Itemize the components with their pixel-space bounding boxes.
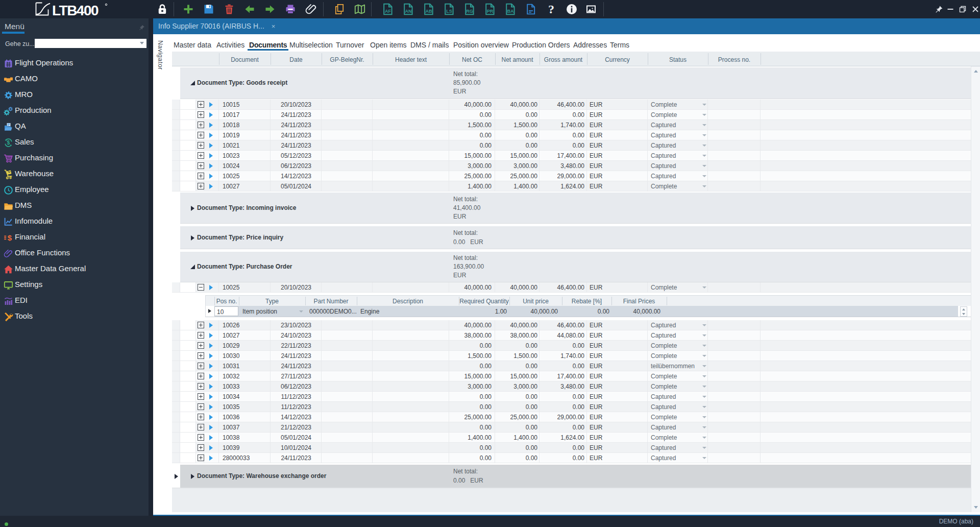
table-row[interactable]: 1001724/11/20230.000.000.00EURComplete [172, 110, 971, 120]
type-dropdown[interactable]: Item position [239, 306, 305, 317]
subtable-column-pos_no[interactable]: Pos no. [214, 298, 239, 305]
cell-status[interactable]: Complete [648, 100, 708, 109]
row-expand-button[interactable] [198, 363, 204, 369]
tab-master-data[interactable]: Master data [174, 41, 211, 52]
row-expand-button[interactable] [198, 152, 204, 159]
status-dropdown-icon[interactable] [702, 457, 706, 459]
row-selector-cell[interactable] [172, 130, 180, 140]
row-selector-cell[interactable] [172, 282, 180, 292]
row-detail-arrow-icon[interactable] [209, 333, 213, 338]
menu-item-dms[interactable]: DMS [0, 198, 148, 213]
column-header-gross_amount[interactable]: Gross amount [540, 56, 587, 63]
row-detail-arrow-icon[interactable] [209, 364, 213, 369]
row-detail-arrow-icon[interactable] [209, 343, 213, 348]
row-expand-button[interactable] [198, 101, 204, 108]
cell-status[interactable]: Captured [648, 330, 708, 340]
status-dropdown-icon[interactable] [702, 355, 706, 357]
doc-blue-icon[interactable] [522, 0, 540, 18]
table-row[interactable]: 1003306/12/20233,000.003,000.003,480.00E… [172, 381, 971, 392]
row-expand-button[interactable] [198, 403, 204, 410]
doc-ab-icon[interactable]: AB [420, 0, 438, 18]
table-row[interactable]: 1002705/01/20241,400.001,400.001,624.00E… [172, 181, 971, 191]
row-expand-button[interactable] [198, 373, 204, 379]
table-row[interactable]: 1003227/11/202315,000.0015,000.0017,400.… [172, 371, 971, 381]
row-selector-cell[interactable] [172, 371, 180, 381]
row-expand-button[interactable] [198, 332, 204, 339]
group-row[interactable] [180, 67, 971, 99]
scroll-up-icon[interactable] [974, 70, 978, 73]
status-dropdown-icon[interactable] [702, 426, 706, 428]
table-row[interactable]: 1003511/12/20230.000.000.00EURCaptured [172, 402, 971, 412]
cell-status[interactable]: Captured [648, 392, 708, 401]
row-detail-arrow-icon[interactable] [209, 445, 213, 450]
cell-status[interactable]: Complete [648, 110, 708, 119]
table-row[interactable]: 1003805/01/20241,400.001,400.001,624.00E… [172, 433, 971, 443]
row-expand-button[interactable] [198, 173, 204, 179]
row-detail-arrow-icon[interactable] [209, 143, 213, 148]
cell-status[interactable]: Captured [648, 320, 708, 330]
row-selector-cell[interactable] [172, 330, 180, 340]
status-dropdown-icon[interactable] [702, 185, 706, 187]
type-dropdown-icon[interactable] [299, 310, 303, 313]
row-expand-button[interactable] [198, 444, 204, 451]
doc-rg-icon[interactable]: RG [460, 0, 479, 18]
table-row[interactable]: 1003721/12/20230.000.000.00EURCaptured [172, 422, 971, 433]
menu-item-warehouse[interactable]: Warehouse [0, 166, 148, 182]
tab-position-overview[interactable]: Position overview [453, 41, 509, 52]
menu-item-employee[interactable]: Employee [0, 182, 148, 198]
subtable-column-final_prices[interactable]: Final Prices [611, 298, 667, 305]
subtable-column-required_quantity[interactable]: Required Quantity [459, 298, 509, 305]
navigator-panel[interactable]: Navigator [153, 34, 172, 512]
status-dropdown-icon[interactable] [702, 324, 706, 326]
table-row[interactable]: 1003024/11/20231,500.001,500.001,740.00E… [172, 351, 971, 361]
column-separator[interactable] [587, 53, 587, 65]
tab-open-items[interactable]: Open items [370, 41, 407, 52]
row-detail-arrow-icon[interactable] [209, 374, 213, 379]
cell-status[interactable]: Complete [648, 381, 708, 391]
column-separator[interactable] [449, 53, 450, 65]
group-row[interactable] [180, 252, 971, 282]
column-separator[interactable] [322, 53, 322, 65]
table-row[interactable]: 1002124/11/20230.000.000.00EURCaptured [172, 140, 971, 151]
cell-status[interactable]: Captured [648, 161, 708, 171]
tab-terms[interactable]: Terms [610, 41, 629, 52]
doc-ls-icon[interactable]: LS [440, 0, 458, 18]
row-selector-cell[interactable] [172, 140, 180, 150]
row-expand-button[interactable] [198, 162, 204, 169]
column-separator[interactable] [540, 53, 540, 65]
lock-icon[interactable] [153, 0, 172, 18]
status-dropdown-icon[interactable] [702, 286, 706, 289]
row-selector-cell[interactable] [172, 341, 180, 350]
table-row[interactable]: 1003124/11/20230.000.000.00EURteilüberno… [172, 361, 971, 371]
row-selector-cell[interactable] [172, 171, 180, 181]
row-detail-arrow-icon[interactable] [209, 174, 213, 179]
column-header-document[interactable]: Document [219, 56, 271, 63]
cell-status[interactable]: Complete [648, 412, 708, 422]
status-dropdown-icon[interactable] [702, 165, 706, 167]
row-selector-cell[interactable] [172, 412, 180, 422]
cell-status[interactable]: Complete [648, 351, 708, 361]
cell-status[interactable]: Complete [648, 341, 708, 350]
row-selector-cell[interactable] [172, 161, 180, 171]
subtable-column-type[interactable]: Type [239, 298, 305, 305]
menu-item-mro[interactable]: MRO [0, 87, 148, 103]
menu-item-camo[interactable]: CAMO [0, 71, 148, 87]
table-row[interactable]: 1001520/10/202340,000.0040,000.0046,400.… [172, 100, 971, 110]
column-separator[interactable] [373, 53, 373, 65]
menu-item-edi[interactable]: EDI [0, 293, 148, 308]
row-detail-arrow-icon[interactable] [209, 425, 213, 430]
row-detail-arrow-icon[interactable] [209, 394, 213, 399]
row-detail-arrow-icon[interactable] [209, 163, 213, 169]
row-selector-cell[interactable] [172, 351, 180, 361]
table-row[interactable]: 1001824/11/20231,500.001,500.001,740.00E… [172, 120, 971, 130]
table-row[interactable]: 1002406/12/20233,000.003,000.003,480.00E… [172, 161, 971, 171]
row-detail-arrow-icon[interactable] [209, 456, 213, 461]
window-minimize-icon[interactable] [946, 0, 955, 18]
menu-item-production[interactable]: Production [0, 103, 148, 118]
tab-production-orders[interactable]: Production Orders [512, 41, 570, 52]
info-icon[interactable] [562, 0, 581, 18]
row-spinner[interactable] [960, 306, 967, 317]
row-detail-arrow-icon[interactable] [209, 323, 213, 328]
pos-no-input[interactable]: 10 [214, 306, 238, 316]
status-dropdown-icon[interactable] [702, 134, 706, 136]
